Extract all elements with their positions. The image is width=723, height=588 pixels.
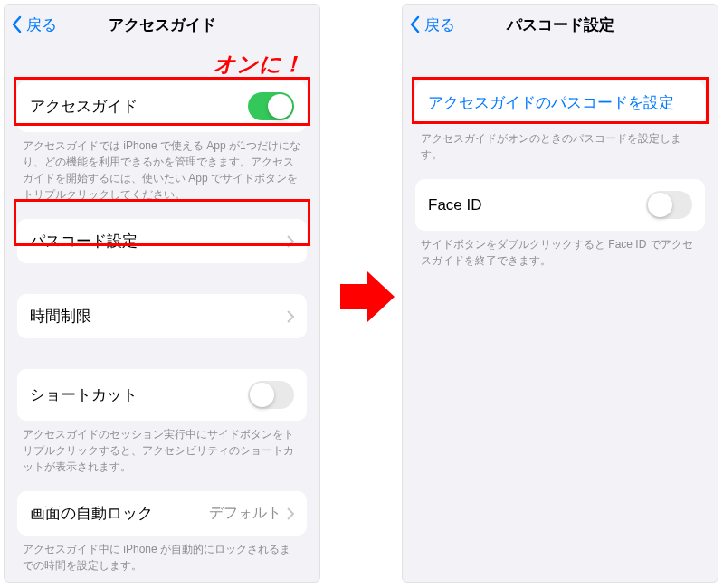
chevron-right-icon (287, 507, 294, 520)
access-guide-toggle[interactable] (248, 92, 294, 120)
back-button[interactable]: 戻る (410, 14, 455, 35)
time-limit-cell[interactable]: 時間制限 (17, 294, 307, 338)
chevron-left-icon (410, 15, 421, 33)
chevron-left-icon (12, 15, 23, 33)
toggle-knob-icon (268, 94, 292, 119)
back-label: 戻る (424, 14, 455, 35)
access-guide-footer: アクセスガイドでは iPhone で使える App が1つだけになり、どの機能を… (23, 138, 301, 203)
time-limit-label: 時間制限 (30, 306, 91, 327)
auto-lock-label: 画面の自動ロック (30, 503, 153, 524)
face-id-label: Face ID (428, 196, 482, 214)
access-guide-cell[interactable]: アクセスガイド (17, 81, 307, 132)
back-label: 戻る (26, 14, 57, 35)
auto-lock-footer: アクセスガイド中に iPhone が自動的にロックされるまでの時間を設定します。 (23, 541, 301, 574)
set-passcode-cell[interactable]: アクセスガイドのパスコードを設定 (415, 81, 705, 125)
annotation-text: オンに！ (214, 50, 303, 79)
arrow-icon (340, 271, 395, 322)
passcode-settings-cell[interactable]: パスコード設定 (17, 219, 307, 263)
toggle-knob-icon (250, 383, 274, 407)
shortcut-cell[interactable]: ショートカット (17, 369, 307, 421)
toggle-knob-icon (648, 193, 672, 217)
chevron-right-icon (287, 235, 294, 248)
back-button[interactable]: 戻る (12, 14, 57, 35)
set-passcode-label: アクセスガイドのパスコードを設定 (428, 92, 674, 113)
face-id-footer: サイドボタンをダブルクリックすると Face ID でアクセスガイドを終了できま… (421, 236, 699, 269)
set-passcode-footer: アクセスガイドがオンのときのパスコードを設定します。 (421, 130, 699, 163)
phone-screen-right: 戻る パスコード設定 アクセスガイドのパスコードを設定 アクセスガイドがオンのと… (402, 4, 718, 583)
svg-marker-0 (340, 271, 395, 322)
chevron-right-icon (287, 310, 294, 323)
navbar: 戻る アクセスガイド (5, 5, 319, 44)
face-id-toggle[interactable] (646, 191, 692, 219)
phone-screen-left: 戻る アクセスガイド オンに！ アクセスガイド アクセスガイドでは iPhone… (4, 4, 320, 583)
navbar: 戻る パスコード設定 (403, 5, 718, 44)
shortcut-footer: アクセスガイドのセッション実行中にサイドボタンをトリプルクリックすると、アクセシ… (23, 426, 301, 475)
shortcut-label: ショートカット (30, 384, 138, 405)
auto-lock-value: デフォルト (209, 504, 281, 523)
access-guide-label: アクセスガイド (30, 96, 138, 117)
passcode-settings-label: パスコード設定 (30, 231, 138, 251)
shortcut-toggle[interactable] (248, 381, 294, 409)
auto-lock-cell[interactable]: 画面の自動ロック デフォルト (17, 491, 307, 536)
face-id-cell[interactable]: Face ID (415, 179, 705, 231)
